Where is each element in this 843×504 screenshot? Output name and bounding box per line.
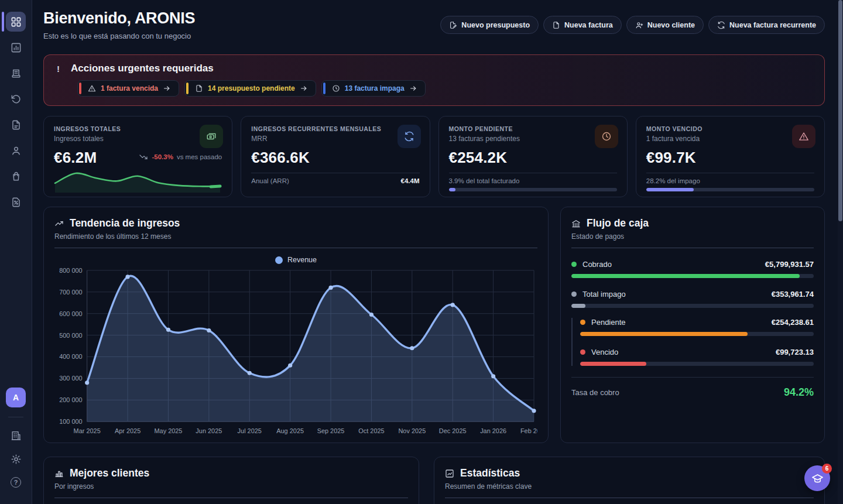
sidebar-item-company[interactable] [6, 426, 26, 445]
kpi-sublabel: 13 facturas pendientes [449, 135, 617, 143]
revenue-sparkline [53, 166, 222, 193]
collection-rate-label: Tasa de cobro [571, 388, 619, 397]
sidebar-item-products[interactable] [6, 166, 26, 186]
new-client-button[interactable]: Nuevo cliente [626, 16, 704, 34]
new-quote-button[interactable]: Nuevo presupuesto [440, 16, 539, 34]
new-invoice-button[interactable]: Nueva factura [543, 16, 622, 34]
onboarding-fab-button[interactable]: 6 [804, 465, 830, 491]
svg-text:Sep 2025: Sep 2025 [317, 427, 345, 434]
arrow-right-icon [409, 84, 417, 92]
document-icon [11, 119, 22, 131]
cashflow-row-pending: Pendiente €254,238.61 [580, 318, 814, 336]
file-icon [552, 21, 560, 29]
progress-bar [580, 332, 814, 336]
sidebar-item-documents[interactable] [6, 115, 26, 135]
warning-icon [792, 125, 815, 148]
refresh-icon [717, 21, 725, 29]
scrollbar-thumb[interactable] [838, 0, 842, 221]
status-dot [580, 320, 585, 325]
revenue-line-chart: 100 000200 000300 000400 000500 000600 0… [54, 265, 537, 438]
top-clients-title: Mejores clientes [70, 467, 149, 479]
sidebar-item-invoices[interactable] [6, 63, 26, 83]
overdue-invoice-chip-label: 1 factura vencida [101, 84, 158, 92]
revenue-trend-card: Tendencia de ingresos Rendimiento de los… [43, 207, 549, 443]
receipt-icon [11, 68, 22, 79]
kpi-sublabel: MRR [251, 135, 419, 143]
svg-text:Feb 2026: Feb 2026 [520, 427, 537, 434]
user-icon [11, 145, 22, 156]
svg-text:Oct 2025: Oct 2025 [358, 427, 384, 434]
statistics-subtitle: Resumen de métricas clave [445, 482, 814, 491]
cashflow-row-collected: Cobrado €5,799,931.57 [571, 260, 814, 278]
middle-row: Tendencia de ingresos Rendimiento de los… [43, 207, 825, 443]
cashflow-row-value: €5,799,931.57 [765, 260, 814, 269]
file-percent-icon [11, 197, 22, 208]
svg-text:Apr 2025: Apr 2025 [115, 427, 140, 434]
new-recurring-invoice-button[interactable]: Nueva factura recurrente [708, 16, 825, 34]
cashflow-card: Flujo de caja Estado de pagos Cobrado €5… [560, 207, 825, 443]
sidebar-item-analytics[interactable] [6, 37, 26, 57]
kpi-card-total-revenue: INGRESOS TOTALES Ingresos totales €6.2M … [43, 116, 232, 197]
sidebar-item-quotes[interactable] [6, 192, 26, 212]
top-clients-card: Mejores clientes Por ingresos [43, 457, 419, 504]
cashflow-title: Flujo de caja [587, 217, 649, 229]
overdue-invoice-chip[interactable]: 1 factura vencida [77, 80, 179, 97]
avatar[interactable]: A [6, 388, 26, 407]
sidebar-item-dashboard[interactable] [6, 12, 26, 32]
cashflow-row-value: €353,961.74 [772, 290, 814, 299]
refresh-icon [397, 125, 421, 148]
kpi-footer-label: 3.9% del total facturado [449, 177, 520, 184]
svg-text:300 000: 300 000 [59, 375, 82, 382]
divider [251, 173, 419, 173]
bag-icon [11, 171, 22, 182]
legend-dot [275, 256, 283, 264]
sidebar-divider [8, 417, 23, 417]
kpi-label: INGRESOS RECURRENTES MENSUALES [251, 125, 419, 132]
bank-icon [571, 219, 581, 228]
svg-text:500 000: 500 000 [59, 332, 82, 339]
cashflow-row-value: €254,238.61 [772, 318, 814, 327]
svg-text:700 000: 700 000 [59, 289, 82, 296]
progress-bar [571, 274, 814, 278]
bar-chart-icon [11, 42, 22, 53]
unpaid-invoice-chip-label: 13 factura impaga [345, 84, 405, 92]
sidebar-item-recurring[interactable] [6, 89, 26, 109]
scrollbar-track[interactable] [838, 0, 843, 504]
chart-legend: Revenue [54, 256, 537, 264]
cashflow-row-label: Pendiente [591, 318, 626, 327]
file-pen-icon [449, 21, 457, 29]
cashflow-breakdown: Pendiente €254,238.61 Vencido €99,723.13 [571, 318, 814, 366]
svg-text:Jan 2026: Jan 2026 [480, 427, 506, 434]
cashflow-row-unpaid: Total impago €353,961.74 [571, 290, 814, 308]
kpi-sublabel: 1 factura vencida [646, 135, 814, 143]
unpaid-invoice-chip[interactable]: 13 factura impaga [321, 80, 426, 97]
file-icon [195, 84, 203, 92]
cashflow-row-label: Vencido [591, 348, 618, 356]
arrow-right-icon [300, 84, 308, 92]
kpi-footer-value: €4.4M [401, 177, 420, 184]
trend-percent: -50.3% [152, 153, 173, 160]
svg-text:600 000: 600 000 [59, 310, 82, 317]
svg-text:May 2025: May 2025 [154, 427, 182, 434]
dashboard-grid-icon [11, 16, 22, 28]
top-clients-subtitle: Por ingresos [54, 482, 408, 491]
clock-icon [595, 125, 618, 148]
divider [54, 248, 537, 248]
pending-quote-chip[interactable]: 14 presupuesto pendiente [184, 80, 316, 97]
new-client-label: Nuevo cliente [647, 21, 695, 29]
chart-square-icon [445, 469, 454, 478]
sidebar-item-settings[interactable] [6, 449, 26, 469]
svg-text:Aug 2025: Aug 2025 [276, 427, 304, 434]
status-dot [580, 349, 585, 355]
notification-badge: 6 [822, 464, 832, 474]
svg-text:800 000: 800 000 [59, 267, 82, 274]
divider [449, 173, 617, 173]
user-plus-icon [635, 21, 643, 29]
kpi-value: €99.7K [646, 149, 814, 167]
sidebar-item-clients[interactable] [6, 140, 26, 160]
svg-text:100 000: 100 000 [59, 418, 82, 425]
cashflow-row-label: Total impago [582, 290, 626, 299]
page-title: Bienvenido, ARONIS [43, 9, 195, 28]
building-icon [11, 430, 22, 441]
sidebar-item-help[interactable]: ? [6, 472, 26, 492]
